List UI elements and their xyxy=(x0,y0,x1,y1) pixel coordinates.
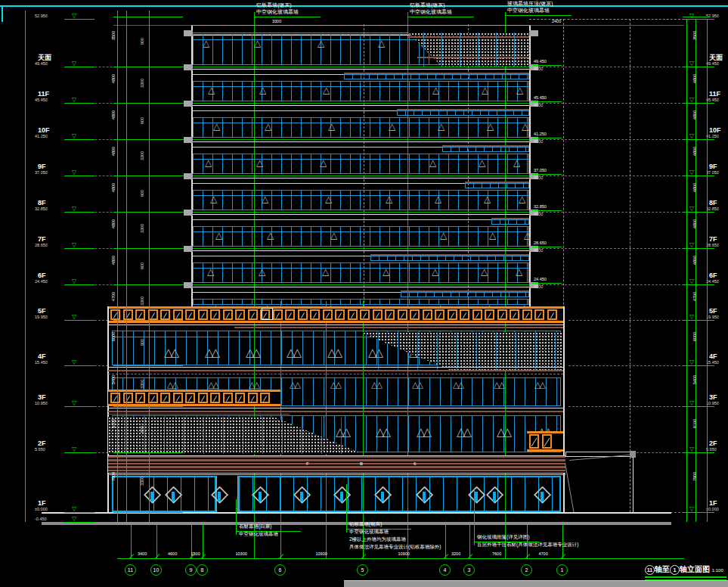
dim-floor-sub: 900 xyxy=(141,425,145,432)
floor-level-line xyxy=(187,103,535,104)
orange-panel xyxy=(248,393,258,403)
glazing-band xyxy=(193,81,529,101)
canopy-strut-2 xyxy=(565,463,574,512)
dim-floor-height: 4700 xyxy=(112,291,116,300)
door-bar xyxy=(475,492,478,502)
dim-tick-line xyxy=(113,139,183,140)
edge-elev-sub: 4500 xyxy=(534,249,543,253)
orange-panel xyxy=(285,309,295,320)
dim-chain-vertical xyxy=(25,11,26,522)
annotation-top-text: 中空钢化玻璃幕墙 xyxy=(410,9,452,14)
title-scale: 1:100 xyxy=(712,568,723,573)
annotation-bottom-text: 首层外墙干挂石材(具体做法详见幕墙专业设计) xyxy=(477,542,578,548)
glazing-transom xyxy=(193,86,529,87)
edge-elev-line xyxy=(531,210,562,211)
top-dim-line xyxy=(113,25,684,26)
tower-hatch-mullion xyxy=(441,33,442,67)
floor-label: 7F xyxy=(709,236,717,243)
level-marker-line xyxy=(64,175,94,176)
dim-tick-line xyxy=(683,512,708,513)
edge-elev-sub: 4500 xyxy=(534,104,543,108)
orange-panel xyxy=(248,309,258,320)
glazing-transom xyxy=(193,268,529,269)
cad-elevation-viewport: △△△△△△△△△△△△△△△△△△△△△△△△△△△△△△△△△△△△△△△△… xyxy=(0,0,728,587)
window-pair-glyph-2f: △△ xyxy=(336,426,349,437)
door-bar xyxy=(259,492,262,502)
floor-elevation: 41.250 xyxy=(35,135,48,139)
bottom-dim-value: 1500 xyxy=(191,552,200,557)
level-marker-glyph: ▽ xyxy=(689,169,694,175)
window-pair-glyph-2f: △△ xyxy=(417,426,429,437)
grid-line-stub xyxy=(280,523,281,558)
orange-panel xyxy=(110,393,120,403)
orange-panel xyxy=(522,309,532,320)
vent-window-glyph: △ xyxy=(259,85,266,95)
annotation-bottom-text: 2楼以上外墙均为玻璃幕墙 xyxy=(349,537,406,542)
slab-block-right xyxy=(529,30,538,36)
level-marker-glyph: ▽ xyxy=(72,278,76,284)
edge-elev-sub: 4500 xyxy=(534,67,543,72)
edge-elev-line xyxy=(531,138,562,138)
spandrel-panel-strip xyxy=(344,74,529,79)
door-bar xyxy=(381,492,384,502)
window-glyph-3f: △△ xyxy=(494,380,503,389)
floor-label: 6F xyxy=(38,272,46,279)
spandrel-panel-strip xyxy=(465,183,529,188)
hatch-2f-mullion xyxy=(302,417,302,454)
edge-elev-value: 41.250 xyxy=(534,132,547,137)
podium-strip-dash-2 xyxy=(108,374,563,374)
floor-level-line xyxy=(187,175,535,176)
level-marker-glyph: ▽ xyxy=(72,400,76,406)
orange-panel xyxy=(210,309,220,320)
vent-window-glyph: △ xyxy=(389,122,395,131)
orange-panel xyxy=(273,309,283,320)
grid-bubble: 4 xyxy=(439,564,451,576)
floor-label: 2F xyxy=(38,440,46,447)
level-line-3f xyxy=(108,414,290,415)
dim-floor-height-right: 4800 xyxy=(693,256,698,265)
floor-dash-right xyxy=(534,103,684,104)
dim-tick-line xyxy=(113,67,183,67)
orange-panel xyxy=(435,309,445,320)
glazing-transom xyxy=(193,231,529,232)
floor-elevation: -0.450 xyxy=(35,517,47,522)
vent-window-glyph: △ xyxy=(487,122,494,131)
floor-label: 2F xyxy=(709,440,717,447)
dim-tick-line xyxy=(113,175,183,176)
horizontal-scrollbar[interactable] xyxy=(344,580,728,587)
level-marker-glyph: ▽ xyxy=(72,97,76,103)
louver-label: F xyxy=(306,461,309,466)
level-marker-glyph: ▽ xyxy=(689,61,694,67)
vent-window-glyph: △ xyxy=(516,85,523,95)
podium-strip-white-2 xyxy=(108,367,563,368)
orange-panel xyxy=(185,309,195,320)
hatch-2f-mullion xyxy=(144,417,145,454)
slab-line xyxy=(193,250,529,251)
orange-panel xyxy=(510,309,519,320)
dim-floor-height: 7900 xyxy=(112,471,116,480)
dim-tick-line xyxy=(113,512,183,513)
edge-elev-value: 37.050 xyxy=(534,169,547,173)
annotation-top-text: 中空钢化玻璃幕墙 xyxy=(507,8,550,13)
dim-tick-line xyxy=(113,248,183,249)
vent-window-glyph: △ xyxy=(378,39,385,48)
edge-elev-value: 49.450 xyxy=(534,60,547,64)
level-marker-line xyxy=(64,212,94,213)
floor-elevation: 37.050 xyxy=(35,171,48,175)
level-marker-glyph: ▽ xyxy=(72,61,76,67)
window-glyph-3f: △△ xyxy=(208,380,218,389)
orange-panel xyxy=(423,309,432,320)
slab-step-line xyxy=(193,292,401,293)
floor-label: 天面 xyxy=(709,54,723,61)
orange-band-2f-right xyxy=(527,431,563,452)
level-marker-line xyxy=(64,67,94,67)
floor-label: 3F xyxy=(38,394,46,401)
floor-level-line xyxy=(187,212,535,213)
dim-tick-line xyxy=(113,284,183,285)
orange-panel xyxy=(542,434,552,449)
dim-floor-sub: 3300 xyxy=(141,476,145,485)
dim-tick-line xyxy=(113,320,183,321)
dim-chain-vertical xyxy=(707,19,708,522)
grid-bubble: 1 xyxy=(556,564,568,576)
vent-window-glyph: △ xyxy=(482,85,488,95)
